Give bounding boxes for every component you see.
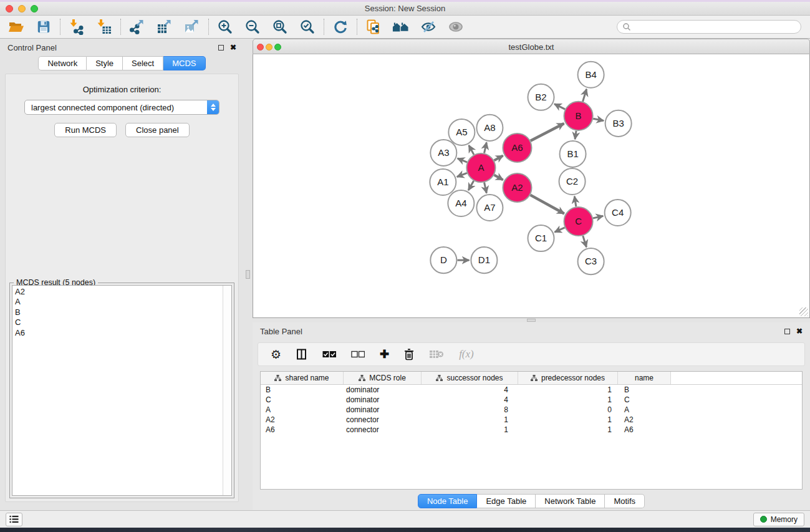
result-item[interactable]: A2 bbox=[15, 287, 231, 297]
table-cell[interactable]: connector bbox=[344, 425, 422, 435]
graph-edge-A-A4[interactable] bbox=[468, 181, 474, 190]
table-cell[interactable]: 1 bbox=[518, 415, 618, 425]
graph-edge-A-A5[interactable] bbox=[469, 145, 474, 155]
result-scrollbar[interactable] bbox=[223, 286, 231, 495]
graph-edge-C-C3[interactable] bbox=[583, 236, 587, 247]
export-table-button[interactable] bbox=[156, 18, 173, 36]
table-cell[interactable]: A2 bbox=[618, 415, 671, 425]
column-header-name[interactable]: name bbox=[618, 372, 671, 384]
graph-node-A[interactable]: A bbox=[466, 153, 495, 182]
table-cell[interactable]: C bbox=[261, 395, 344, 405]
table-cell[interactable]: 1 bbox=[422, 415, 518, 425]
visibility-toggle-button[interactable] bbox=[420, 18, 437, 36]
table-cell[interactable]: 4 bbox=[422, 385, 518, 395]
graph-edge-C-C1[interactable] bbox=[554, 228, 564, 232]
task-history-button[interactable] bbox=[6, 513, 22, 526]
graph-node-A8[interactable]: A8 bbox=[476, 115, 503, 141]
column-header-predecessor-nodes[interactable]: predecessor nodes bbox=[518, 372, 618, 384]
graph-edge-B-B3[interactable] bbox=[593, 118, 604, 120]
tab-network[interactable]: Network bbox=[38, 56, 87, 70]
table-cell[interactable]: 8 bbox=[422, 405, 518, 415]
graph-node-C[interactable]: C bbox=[564, 207, 593, 236]
graph-edge-B-B2[interactable] bbox=[554, 104, 565, 110]
graph-edge-B-B1[interactable] bbox=[575, 131, 576, 140]
add-column-button[interactable]: ✚ bbox=[380, 347, 389, 362]
graph-node-D[interactable]: D bbox=[430, 247, 456, 273]
network-zoom-icon[interactable] bbox=[274, 44, 281, 51]
table-cell[interactable]: B bbox=[261, 385, 344, 395]
column-header-shared-name[interactable]: shared name bbox=[261, 372, 344, 384]
table-row[interactable]: Adominator80A bbox=[261, 405, 802, 415]
float-table-panel-icon[interactable] bbox=[784, 329, 790, 334]
tab-network-table[interactable]: Network Table bbox=[536, 494, 605, 508]
table-cell[interactable]: dominator bbox=[344, 385, 422, 395]
graph-edge-B-B4[interactable] bbox=[583, 89, 587, 102]
graph-edge-A2-C[interactable] bbox=[531, 195, 564, 214]
column-header-successor-nodes[interactable]: successor nodes bbox=[422, 372, 518, 384]
table-settings-button[interactable]: ⚙ bbox=[271, 347, 281, 362]
app-titlebar[interactable]: Session: New Session bbox=[0, 2, 810, 16]
network-window-titlebar[interactable]: testGlobe.txt bbox=[253, 39, 810, 54]
splitter-grip[interactable] bbox=[246, 270, 250, 279]
graph-node-C4[interactable]: C4 bbox=[605, 200, 631, 226]
tab-style[interactable]: Style bbox=[87, 56, 123, 70]
import-table-button[interactable] bbox=[95, 18, 113, 36]
result-item[interactable]: A bbox=[15, 297, 231, 307]
graph-edge-A-A1[interactable] bbox=[457, 173, 467, 177]
mcds-result-list[interactable]: A2ABCA6 bbox=[12, 285, 232, 496]
result-item[interactable]: B bbox=[15, 307, 231, 317]
home-networks-button[interactable] bbox=[392, 18, 410, 36]
table-cell[interactable]: B bbox=[618, 385, 671, 395]
graph-node-A6[interactable]: A6 bbox=[503, 133, 531, 162]
tab-mcds[interactable]: MCDS bbox=[163, 56, 205, 70]
graph-node-C1[interactable]: C1 bbox=[528, 225, 554, 251]
tab-edge-table[interactable]: Edge Table bbox=[477, 494, 536, 508]
graph-node-D1[interactable]: D1 bbox=[471, 247, 497, 273]
zoom-out-button[interactable] bbox=[244, 18, 261, 36]
table-cell[interactable]: A2 bbox=[261, 415, 344, 425]
copy-network-button[interactable] bbox=[365, 18, 382, 36]
table-cell[interactable]: 1 bbox=[518, 395, 618, 405]
tab-motifs[interactable]: Motifs bbox=[605, 494, 645, 508]
network-graph[interactable]: B4B2BB3A8A5A6A3B1AA1C2A2A4A7C4CC1C3DD1 bbox=[253, 54, 809, 317]
close-window-icon[interactable] bbox=[6, 5, 13, 12]
graph-edge-C-C2[interactable] bbox=[574, 196, 576, 207]
run-mcds-button[interactable]: Run MCDS bbox=[54, 123, 117, 137]
graph-node-B[interactable]: B bbox=[564, 102, 593, 130]
graph-node-A7[interactable]: A7 bbox=[476, 195, 503, 221]
graph-node-C3[interactable]: C3 bbox=[578, 248, 604, 274]
graph-node-B3[interactable]: B3 bbox=[605, 110, 632, 137]
save-session-button[interactable] bbox=[35, 18, 52, 36]
table-cell[interactable]: dominator bbox=[344, 395, 422, 405]
table-row[interactable]: A6connector11A6 bbox=[261, 425, 802, 435]
export-network-button[interactable] bbox=[128, 18, 146, 36]
graph-edge-C-C4[interactable] bbox=[593, 216, 603, 218]
tab-node-table[interactable]: Node Table bbox=[418, 494, 478, 508]
graph-edge-A-A3[interactable] bbox=[458, 158, 467, 162]
birds-eye-button[interactable] bbox=[447, 18, 465, 36]
table-cell[interactable]: connector bbox=[344, 415, 422, 425]
memory-button[interactable]: Memory bbox=[753, 513, 804, 526]
graph-edge-A-A6[interactable] bbox=[494, 156, 503, 161]
minimize-window-icon[interactable] bbox=[18, 5, 26, 12]
zoom-selected-button[interactable] bbox=[299, 18, 316, 36]
table-cell[interactable]: A6 bbox=[261, 425, 344, 435]
table-row[interactable]: Bdominator41B bbox=[261, 385, 802, 395]
tab-select[interactable]: Select bbox=[123, 56, 163, 70]
table-row[interactable]: A2connector11A2 bbox=[261, 415, 802, 425]
destroy-table-button[interactable] bbox=[429, 347, 444, 362]
graph-node-B1[interactable]: B1 bbox=[560, 141, 586, 167]
open-file-button[interactable] bbox=[7, 18, 25, 36]
close-panel-icon[interactable]: ✖ bbox=[230, 44, 236, 51]
select-all-button[interactable] bbox=[322, 347, 336, 362]
table-cell[interactable]: 1 bbox=[518, 425, 618, 435]
graph-node-C2[interactable]: C2 bbox=[559, 168, 586, 195]
table-cell[interactable]: A6 bbox=[618, 425, 671, 435]
float-panel-icon[interactable] bbox=[218, 45, 224, 51]
column-header-MCDS-role[interactable]: MCDS role bbox=[344, 372, 422, 384]
graph-node-B2[interactable]: B2 bbox=[528, 84, 554, 110]
table-cell[interactable]: 1 bbox=[422, 425, 518, 435]
zoom-in-button[interactable] bbox=[216, 18, 234, 36]
graph-edge-A6-B[interactable] bbox=[531, 123, 564, 141]
graph-edge-A-A2[interactable] bbox=[494, 175, 503, 180]
